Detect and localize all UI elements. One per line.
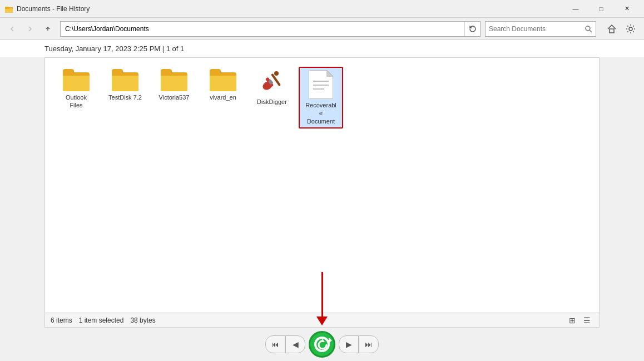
back-button[interactable] bbox=[4, 21, 20, 37]
folder-icon-victoria537 bbox=[161, 69, 187, 91]
svg-point-10 bbox=[274, 71, 279, 76]
item-count: 6 items bbox=[51, 317, 72, 324]
search-input[interactable] bbox=[489, 25, 584, 33]
date-bar: Tuesday, January 17, 2023 2:25 PM | 1 of… bbox=[0, 40, 644, 57]
address-input[interactable] bbox=[61, 22, 464, 36]
restore-icon bbox=[314, 337, 330, 352]
view-buttons: ⊞ ☰ bbox=[566, 315, 593, 326]
diskdigger-icon bbox=[259, 69, 285, 96]
refresh-button[interactable] bbox=[464, 22, 480, 36]
arrow-head bbox=[316, 317, 328, 325]
status-info: 6 items 1 item selected 38 bytes bbox=[51, 317, 156, 324]
file-item-victoria537[interactable]: Victoria537 bbox=[152, 67, 196, 128]
forward-button[interactable] bbox=[22, 21, 38, 37]
first-button[interactable]: ⏮ bbox=[265, 335, 285, 353]
details-view-button[interactable]: ☰ bbox=[580, 315, 593, 326]
search-button[interactable] bbox=[584, 25, 592, 33]
restore-button[interactable] bbox=[309, 331, 335, 358]
address-bar-container bbox=[60, 21, 480, 37]
arrow-indicator bbox=[316, 272, 328, 325]
home-button[interactable] bbox=[603, 21, 621, 37]
document-icon bbox=[309, 70, 333, 99]
svg-rect-5 bbox=[610, 29, 614, 33]
selected-count: 1 item selected bbox=[79, 317, 124, 324]
minimize-button[interactable]: — bbox=[563, 0, 588, 18]
nav-group-left: ⏮ ◀ bbox=[265, 335, 305, 353]
file-label-recoverable: RecoverableDocument bbox=[305, 101, 336, 125]
window-controls: — □ ✕ bbox=[563, 0, 640, 18]
window-title: Documents - File History bbox=[17, 5, 563, 13]
svg-rect-2 bbox=[5, 7, 9, 9]
folder-icon-testdisk bbox=[112, 69, 138, 91]
file-item-vivard[interactable]: vivard_en bbox=[201, 67, 245, 128]
nav-group-right: ▶ ⏭ bbox=[339, 335, 379, 353]
title-bar: Documents - File History — □ ✕ bbox=[0, 0, 644, 18]
svg-line-4 bbox=[589, 30, 592, 32]
file-item-outlook[interactable]: OutlookFiles bbox=[54, 67, 98, 128]
prev-button[interactable]: ◀ bbox=[285, 335, 305, 353]
last-button[interactable]: ⏭ bbox=[359, 335, 379, 353]
large-icons-view-button[interactable]: ⊞ bbox=[566, 315, 579, 326]
file-item-testdisk[interactable]: TestDisk 7.2 bbox=[103, 67, 147, 128]
bottom-nav: ⏮ ◀ ▶ ⏭ bbox=[0, 328, 644, 361]
file-size: 38 bytes bbox=[130, 317, 155, 324]
toolbar bbox=[0, 18, 644, 40]
folder-icon-outlook bbox=[63, 69, 90, 91]
file-label-outlook: OutlookFiles bbox=[66, 93, 87, 110]
app-icon bbox=[4, 4, 13, 13]
file-item-recoverable[interactable]: RecoverableDocument bbox=[299, 67, 343, 128]
svg-point-3 bbox=[586, 26, 590, 31]
file-label-diskdigger: DiskDigger bbox=[257, 98, 287, 106]
file-label-testdisk: TestDisk 7.2 bbox=[108, 93, 142, 101]
folder-icon-vivard bbox=[210, 69, 236, 91]
svg-rect-1 bbox=[5, 8, 13, 13]
svg-point-6 bbox=[629, 27, 632, 31]
toolbar-right bbox=[603, 21, 640, 37]
settings-button[interactable] bbox=[622, 21, 640, 37]
arrow-line bbox=[321, 272, 323, 317]
file-label-vivard: vivard_en bbox=[210, 93, 236, 101]
date-text: Tuesday, January 17, 2023 2:25 PM | 1 of… bbox=[44, 44, 184, 53]
file-item-diskdigger[interactable]: DiskDigger bbox=[250, 67, 294, 128]
maximize-button[interactable]: □ bbox=[588, 0, 614, 18]
search-container bbox=[485, 21, 596, 37]
up-button[interactable] bbox=[40, 21, 56, 37]
close-button[interactable]: ✕ bbox=[614, 0, 640, 18]
file-label-victoria537: Victoria537 bbox=[159, 93, 190, 101]
next-button[interactable]: ▶ bbox=[339, 335, 359, 353]
